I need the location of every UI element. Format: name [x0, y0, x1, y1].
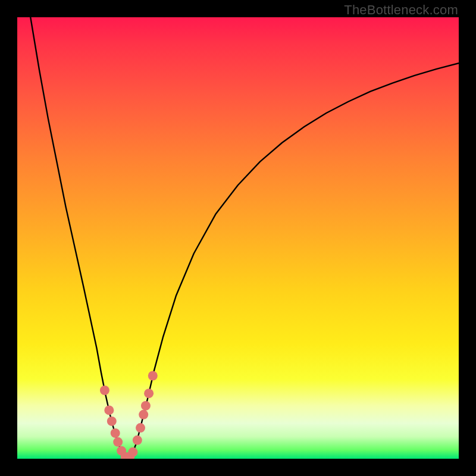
- highlight-point: [148, 371, 158, 381]
- bottleneck-curve: [30, 17, 459, 459]
- chart-frame: TheBottleneck.com: [0, 0, 476, 476]
- highlight-point: [133, 436, 142, 445]
- highlight-point: [100, 386, 109, 395]
- highlight-points: [100, 371, 158, 459]
- highlight-point: [113, 437, 123, 447]
- highlight-point: [141, 401, 151, 411]
- highlight-point: [139, 410, 148, 419]
- plot-svg: [17, 17, 459, 459]
- highlight-point: [144, 389, 154, 398]
- bottleneck-curve-path: [30, 17, 459, 459]
- highlight-point: [107, 416, 117, 426]
- attribution-text: TheBottleneck.com: [344, 2, 458, 18]
- highlight-point: [111, 428, 120, 438]
- highlight-point: [128, 447, 137, 457]
- highlight-point: [136, 423, 145, 433]
- plot-area: [17, 17, 459, 459]
- highlight-point: [104, 405, 114, 415]
